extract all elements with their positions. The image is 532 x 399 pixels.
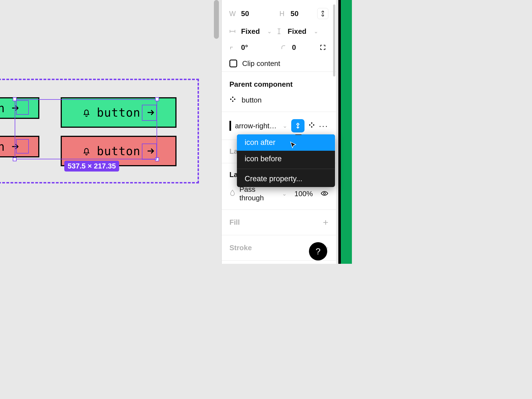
app-background-strip xyxy=(341,0,352,264)
blend-mode-icon xyxy=(229,189,236,198)
rotation-icon xyxy=(229,45,236,50)
parent-component-name[interactable]: button xyxy=(242,96,262,104)
corner-radius-icon xyxy=(280,45,287,50)
selection-handle-nw[interactable] xyxy=(13,97,17,101)
width-input[interactable]: 50 xyxy=(241,9,249,18)
chevron-down-icon: ⌄ xyxy=(267,28,272,35)
help-button[interactable]: ? xyxy=(309,242,327,260)
clip-content-checkbox[interactable] xyxy=(229,60,237,67)
arrow-right-icon xyxy=(146,108,155,117)
opacity-input[interactable]: 100% xyxy=(295,190,313,198)
corner-radius-input[interactable]: 0 xyxy=(292,43,296,52)
rotation-input[interactable]: 0° xyxy=(241,43,248,52)
horizontal-resize-icon xyxy=(229,29,236,33)
fill-section-title: Fill xyxy=(229,218,240,227)
button-label: button xyxy=(0,140,5,154)
constrain-proportions-toggle[interactable] xyxy=(317,8,328,19)
button-label: button xyxy=(0,101,5,115)
add-fill-button[interactable]: + xyxy=(323,217,328,228)
parent-component-title: Parent component xyxy=(222,80,336,89)
selection-handle-se[interactable] xyxy=(155,157,159,161)
height-input[interactable]: 50 xyxy=(291,9,299,18)
apply-instance-swap-button[interactable] xyxy=(291,119,305,132)
selection-handle-sw[interactable] xyxy=(13,157,17,161)
bell-icon xyxy=(82,108,91,117)
bell-icon xyxy=(82,146,91,156)
arrow-right-icon xyxy=(11,142,20,151)
window-border xyxy=(338,0,341,264)
button-instance-red-small[interactable]: button xyxy=(0,136,39,157)
arrow-right-icon xyxy=(11,103,20,113)
dropdown-item-create-property[interactable]: Create property... xyxy=(237,171,335,187)
more-options-button[interactable]: ··· xyxy=(319,121,328,131)
chevron-down-icon: ⌄ xyxy=(314,28,318,35)
horizontal-resize-select[interactable]: Fixed xyxy=(241,27,260,36)
chevron-down-icon: ⌄ xyxy=(282,190,287,197)
width-label: W xyxy=(229,10,236,18)
help-label: ? xyxy=(316,246,321,257)
property-dropdown: icon after icon before Create property..… xyxy=(237,134,335,187)
dropdown-item-icon-after[interactable]: icon after xyxy=(237,134,335,151)
selection-dimensions-label: 537.5 × 217.35 xyxy=(64,161,119,172)
vertical-resize-select[interactable]: Fixed xyxy=(288,27,306,36)
visibility-toggle[interactable] xyxy=(321,190,328,198)
button-instance-green-small[interactable]: button xyxy=(0,97,39,119)
button-label: button xyxy=(97,106,140,119)
component-icon xyxy=(229,96,236,104)
vertical-resize-icon xyxy=(276,28,282,34)
height-label: H xyxy=(279,10,285,18)
canvas[interactable]: button button button xyxy=(0,0,221,264)
dropdown-separator xyxy=(237,169,335,169)
dropdown-item-icon-before[interactable]: icon before xyxy=(237,151,335,167)
chevron-down-icon: ⌄ xyxy=(283,122,287,129)
button-instance-green-large[interactable]: button xyxy=(61,97,177,128)
stroke-section-title: Stroke xyxy=(229,244,252,252)
arrow-right-icon xyxy=(146,146,155,156)
clip-content-label: Clip content xyxy=(242,59,280,68)
selection-handle-ne[interactable] xyxy=(155,97,159,101)
independent-corners-toggle[interactable] xyxy=(317,42,328,53)
button-label: button xyxy=(97,144,140,158)
component-set-icon[interactable] xyxy=(308,122,315,130)
properties-panel: W 50 H 50 Fixed ⌄ xyxy=(221,0,336,264)
svg-point-0 xyxy=(324,192,326,194)
panel-scrollbar[interactable] xyxy=(333,4,335,76)
blend-mode-select[interactable]: Pass through xyxy=(239,185,277,202)
instance-swap-select[interactable]: arrow-right … xyxy=(235,122,277,130)
canvas-scrollbar[interactable] xyxy=(214,0,219,39)
instance-icon xyxy=(229,122,231,130)
